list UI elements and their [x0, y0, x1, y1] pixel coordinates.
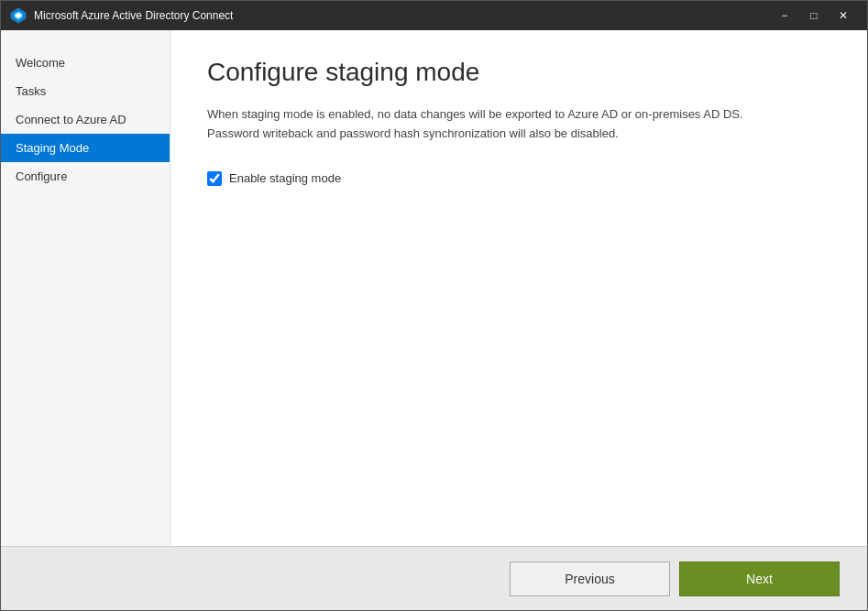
sidebar-item-tasks[interactable]: Tasks — [1, 77, 170, 105]
sidebar: Welcome Tasks Connect to Azure AD Stagin… — [1, 30, 170, 546]
window-title: Microsoft Azure Active Directory Connect — [34, 9, 233, 22]
close-button[interactable]: ✕ — [829, 3, 858, 28]
enable-staging-mode-checkbox[interactable] — [207, 171, 222, 186]
content-area: Welcome Tasks Connect to Azure AD Stagin… — [1, 30, 867, 546]
title-bar-controls: − □ ✕ — [770, 3, 858, 28]
sidebar-item-connect-azure-ad[interactable]: Connect to Azure AD — [1, 105, 170, 134]
enable-staging-mode-label[interactable]: Enable staging mode — [229, 171, 341, 185]
title-bar-left: Microsoft Azure Active Directory Connect — [10, 7, 233, 24]
sidebar-item-configure[interactable]: Configure — [1, 162, 170, 191]
page-title: Configure staging mode — [207, 58, 830, 87]
sidebar-item-welcome[interactable]: Welcome — [1, 49, 170, 77]
previous-button[interactable]: Previous — [510, 562, 670, 596]
next-button[interactable]: Next — [679, 562, 840, 596]
description-text: When staging mode is enabled, no data ch… — [207, 105, 757, 144]
title-bar: Microsoft Azure Active Directory Connect… — [1, 1, 867, 30]
main-content: Configure staging mode When staging mode… — [170, 30, 867, 546]
sidebar-item-staging-mode[interactable]: Staging Mode — [1, 134, 170, 162]
footer: Previous Next — [1, 546, 867, 610]
azure-ad-icon — [10, 7, 27, 24]
minimize-button[interactable]: − — [770, 3, 799, 28]
enable-staging-mode-container: Enable staging mode — [207, 171, 830, 186]
maximize-button[interactable]: □ — [799, 3, 829, 28]
main-window: Microsoft Azure Active Directory Connect… — [0, 0, 868, 611]
